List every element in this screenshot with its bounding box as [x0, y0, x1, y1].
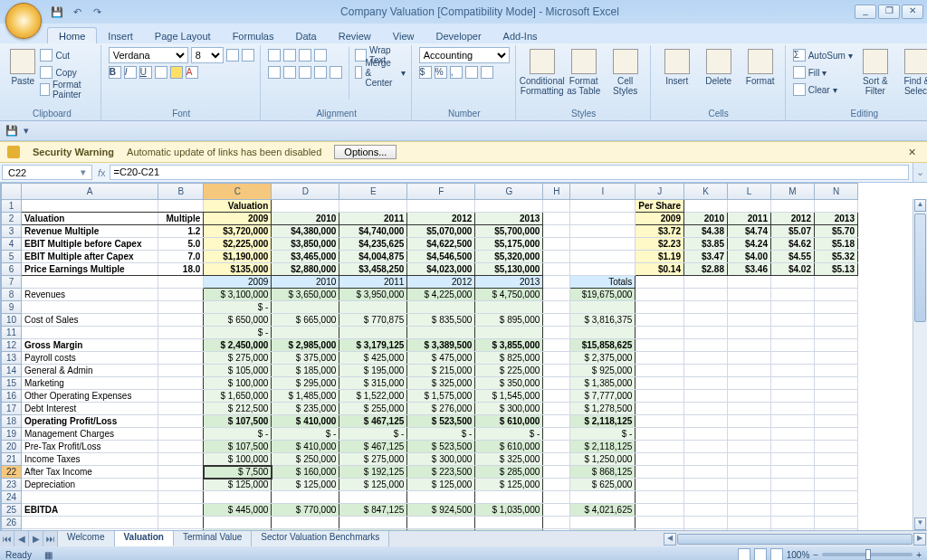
cell[interactable]: 2010 [684, 213, 728, 225]
cell[interactable]: $ 212,500 [204, 403, 272, 415]
cell[interactable] [815, 276, 858, 289]
row-header[interactable]: 20 [2, 441, 22, 453]
cell[interactable] [815, 504, 858, 517]
cell[interactable] [728, 415, 771, 428]
cell[interactable]: $ 105,000 [204, 365, 272, 377]
align-bottom-icon[interactable] [299, 49, 311, 62]
cell[interactable] [771, 441, 815, 453]
col-H[interactable]: H [543, 184, 570, 200]
cell[interactable] [815, 365, 858, 377]
cell[interactable]: $ 1,278,500 [570, 403, 636, 415]
cell[interactable] [22, 327, 158, 339]
cell[interactable]: 18.0 [158, 263, 204, 276]
qat-redo-icon[interactable]: ↷ [89, 4, 105, 20]
cell[interactable]: $2,225,000 [204, 238, 272, 251]
cell[interactable] [815, 479, 858, 491]
cell[interactable] [570, 491, 636, 504]
cell[interactable]: $3,720,000 [204, 225, 272, 238]
cell[interactable] [158, 504, 204, 517]
cell[interactable]: $ 1,575,000 [407, 390, 475, 403]
cell[interactable]: Operating Profit/Loss [22, 415, 158, 428]
zoom-in-button[interactable]: + [916, 550, 922, 560]
sheet-nav-last-icon[interactable]: ⏭ [43, 531, 58, 546]
cell[interactable] [636, 529, 684, 531]
sheet-tab-welcome[interactable]: Welcome [58, 531, 115, 546]
font-color-button[interactable]: A [186, 66, 198, 79]
cell[interactable] [636, 479, 684, 491]
col-L[interactable]: L [728, 184, 771, 200]
cell[interactable]: $ 3,816,375 [570, 314, 636, 327]
cell[interactable] [815, 352, 858, 365]
cell[interactable]: $4.62 [771, 238, 815, 251]
cell[interactable]: $ 320,000 [204, 529, 272, 531]
office-button[interactable] [5, 3, 42, 39]
cell[interactable] [636, 428, 684, 441]
cell[interactable] [636, 301, 684, 314]
cell[interactable] [636, 289, 684, 301]
cell[interactable] [158, 479, 204, 491]
increase-decimal-icon[interactable] [465, 66, 478, 79]
cell[interactable]: Marketing [22, 377, 158, 390]
zoom-level[interactable]: 100% [787, 550, 810, 560]
cell[interactable]: Valuation [204, 200, 272, 213]
cell[interactable] [22, 491, 158, 504]
autosum-button[interactable]: ΣAutoSum ▾ [793, 47, 853, 63]
clear-button[interactable]: Clear ▾ [793, 81, 853, 98]
cell[interactable] [771, 466, 815, 479]
align-right-icon[interactable] [299, 66, 311, 79]
cell[interactable]: $ 2,450,000 [204, 339, 272, 352]
cell[interactable]: Depreciation [22, 479, 158, 491]
cell[interactable]: $ 610,000 [475, 415, 543, 428]
cell[interactable] [543, 491, 570, 504]
cell[interactable]: $ 3,396,625 [570, 529, 636, 531]
increase-font-icon[interactable] [226, 49, 239, 62]
cell[interactable] [684, 441, 728, 453]
cell[interactable] [158, 289, 204, 301]
cell[interactable] [771, 200, 815, 213]
cell[interactable]: $ - [570, 428, 636, 441]
sheet-nav-first-icon[interactable]: ⏮ [0, 531, 14, 546]
cell[interactable] [771, 491, 815, 504]
cell[interactable] [158, 453, 204, 466]
cell[interactable]: $ 799,500 [407, 529, 475, 531]
cell[interactable] [272, 327, 339, 339]
cell[interactable] [407, 200, 475, 213]
cell[interactable] [728, 453, 771, 466]
cell[interactable] [684, 415, 728, 428]
cell[interactable] [543, 289, 570, 301]
align-left-icon[interactable] [268, 66, 281, 79]
cell[interactable]: $5,320,000 [475, 251, 543, 263]
cell[interactable]: $ 250,000 [272, 453, 339, 466]
cell[interactable] [158, 314, 204, 327]
col-A[interactable]: A [22, 184, 158, 200]
cell[interactable] [158, 428, 204, 441]
cell[interactable] [684, 479, 728, 491]
cell[interactable] [543, 403, 570, 415]
cell[interactable] [728, 200, 771, 213]
cell[interactable] [543, 238, 570, 251]
cell[interactable]: EBITDA [22, 504, 158, 517]
format-as-table-button[interactable]: Format as Table [565, 47, 603, 96]
formula-input[interactable] [110, 165, 909, 180]
security-options-button[interactable]: Options... [334, 145, 397, 159]
cell[interactable] [570, 213, 636, 225]
cell[interactable] [771, 339, 815, 352]
cell[interactable]: $ 770,875 [339, 314, 407, 327]
cell[interactable] [728, 466, 771, 479]
cell[interactable] [543, 301, 570, 314]
border-button[interactable] [155, 66, 167, 79]
cell[interactable] [815, 441, 858, 453]
cell[interactable]: $ - [272, 428, 339, 441]
cell[interactable]: $ 523,500 [407, 415, 475, 428]
cell[interactable] [771, 453, 815, 466]
cell[interactable] [728, 491, 771, 504]
cell[interactable] [684, 200, 728, 213]
col-I[interactable]: I [570, 184, 636, 200]
cell[interactable] [815, 327, 858, 339]
cell[interactable] [684, 365, 728, 377]
cell[interactable] [636, 517, 684, 529]
comma-format-icon[interactable]: , [450, 66, 463, 79]
cell[interactable] [158, 301, 204, 314]
cell[interactable]: Revenue Multiple [22, 225, 158, 238]
row-header[interactable]: 14 [2, 365, 22, 377]
